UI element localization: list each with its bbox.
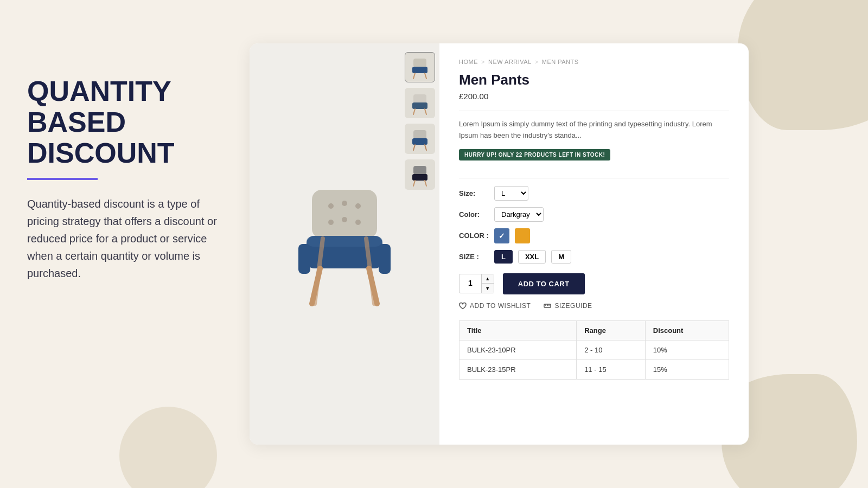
size-select[interactable]: L M XL XXL xyxy=(494,186,528,201)
product-card: HOME > NEW ARRIVAL > MEN PANTS Men Pants… xyxy=(250,43,749,445)
color-option-row: Color: Darkgray Blue Yellow xyxy=(459,207,729,222)
table-header-range: Range xyxy=(577,320,646,340)
check-icon: ✓ xyxy=(499,232,505,240)
quantity-arrows: ▲ ▼ xyxy=(481,274,494,293)
quantity-value: 1 xyxy=(459,274,481,293)
svg-point-4 xyxy=(328,220,334,225)
divider-2 xyxy=(459,178,729,178)
add-to-cart-button[interactable]: ADD TO CART xyxy=(503,273,585,294)
svg-line-17 xyxy=(413,73,415,79)
svg-point-2 xyxy=(342,201,347,206)
svg-rect-19 xyxy=(413,94,426,103)
product-details: HOME > NEW ARRIVAL > MEN PANTS Men Pants… xyxy=(439,43,749,445)
svg-point-3 xyxy=(355,203,361,209)
svg-point-5 xyxy=(342,217,347,222)
size-button-row: SIZE : L XXL M xyxy=(459,250,729,264)
thumbnail-strip xyxy=(400,43,439,445)
breadcrumb-home[interactable]: HOME xyxy=(459,59,478,65)
title-line1: QUANTITY xyxy=(27,75,171,107)
svg-line-21 xyxy=(413,109,415,114)
table-header-discount: Discount xyxy=(645,320,729,340)
cart-row: 1 ▲ ▼ ADD TO CART xyxy=(459,273,729,294)
table-cell-title-1: BULK-23-10PR xyxy=(459,340,577,359)
wishlist-link[interactable]: ADD TO WISHLIST xyxy=(459,302,531,310)
size-option-row: Size: L M XL XXL xyxy=(459,186,729,201)
product-price: £200.00 xyxy=(459,92,729,101)
svg-line-25 xyxy=(413,145,415,150)
svg-rect-15 xyxy=(413,59,426,67)
decorative-blob-bottom-left xyxy=(119,407,217,488)
action-links: ADD TO WISHLIST SIZEGUIDE xyxy=(459,302,729,310)
table-header-title: Title xyxy=(459,320,577,340)
table-cell-discount-1: 10% xyxy=(645,340,729,359)
thumbnail-2[interactable] xyxy=(405,88,435,118)
left-panel: QUANTITY BASED DISCOUNT Quantity-based d… xyxy=(27,76,233,282)
svg-line-18 xyxy=(425,73,426,79)
svg-rect-27 xyxy=(413,166,426,175)
svg-rect-13 xyxy=(298,244,310,274)
thumbnail-4[interactable] xyxy=(405,159,435,190)
discount-table: Title Range Discount BULK-23-10PR 2 - 10… xyxy=(459,320,729,380)
divider-1 xyxy=(459,111,729,111)
svg-rect-0 xyxy=(312,190,377,239)
table-cell-range-1: 2 - 10 xyxy=(577,340,646,359)
svg-line-26 xyxy=(425,145,426,150)
description-text: Quantity-based discount is a type of pri… xyxy=(27,195,233,282)
main-title: QUANTITY BASED DISCOUNT xyxy=(27,76,233,169)
quantity-down-button[interactable]: ▼ xyxy=(482,284,494,293)
table-row-2: BULK-23-15PR 11 - 15 15% xyxy=(459,359,729,379)
quantity-control: 1 ▲ ▼ xyxy=(459,274,494,293)
sizeguide-link[interactable]: SIZEGUIDE xyxy=(544,302,592,310)
ruler-icon xyxy=(544,302,551,310)
image-section xyxy=(250,43,439,445)
color-swatch-blue[interactable]: ✓ xyxy=(494,228,509,243)
thumbnail-1[interactable] xyxy=(405,52,435,82)
size-btn-m[interactable]: M xyxy=(551,250,571,264)
table-cell-range-2: 11 - 15 xyxy=(577,359,646,379)
svg-line-22 xyxy=(425,109,426,114)
sizeguide-label: SIZEGUIDE xyxy=(554,302,592,310)
size-label: Size: xyxy=(459,189,489,197)
size-btn-label: SIZE : xyxy=(459,253,489,261)
svg-rect-23 xyxy=(413,130,426,139)
breadcrumb-sep2: > xyxy=(535,59,539,65)
svg-line-29 xyxy=(413,181,415,186)
quantity-up-button[interactable]: ▲ xyxy=(482,274,494,284)
svg-point-1 xyxy=(328,203,334,209)
title-underline xyxy=(27,178,98,180)
color-swatch-row: COLOR : ✓ xyxy=(459,228,729,243)
breadcrumb: HOME > NEW ARRIVAL > MEN PANTS xyxy=(459,59,729,65)
heart-icon xyxy=(459,302,467,310)
size-btn-l[interactable]: L xyxy=(494,250,513,264)
breadcrumb-category: MEN PANTS xyxy=(542,59,579,65)
chair-svg xyxy=(285,174,404,314)
breadcrumb-new-arrival[interactable]: NEW ARRIVAL xyxy=(488,59,532,65)
main-product-image xyxy=(279,168,410,320)
color-label: Color: xyxy=(459,210,489,219)
color-swatch-label: COLOR : xyxy=(459,232,489,240)
table-cell-title-2: BULK-23-15PR xyxy=(459,359,577,379)
size-btn-xxl[interactable]: XXL xyxy=(518,250,546,264)
wishlist-label: ADD TO WISHLIST xyxy=(470,302,531,310)
svg-rect-14 xyxy=(379,244,391,274)
svg-rect-24 xyxy=(412,138,427,145)
product-name: Men Pants xyxy=(459,72,729,88)
svg-rect-8 xyxy=(307,236,382,247)
decorative-blob-top-right xyxy=(738,0,868,130)
color-swatch-yellow[interactable] xyxy=(515,228,530,243)
product-description: Lorem Ipsum is simply dummy text of the … xyxy=(459,119,729,142)
stock-badge: HURRY UP! ONLY 22 PRODUCTS LEFT IN STOCK… xyxy=(459,149,610,160)
title-line2: BASED xyxy=(27,106,126,138)
svg-rect-16 xyxy=(412,67,427,73)
svg-rect-28 xyxy=(412,174,427,181)
thumbnail-3[interactable] xyxy=(405,124,435,154)
svg-line-30 xyxy=(425,181,426,186)
table-cell-discount-2: 15% xyxy=(645,359,729,379)
svg-rect-20 xyxy=(412,102,427,109)
color-select[interactable]: Darkgray Blue Yellow xyxy=(494,207,544,222)
table-row-1: BULK-23-10PR 2 - 10 10% xyxy=(459,340,729,359)
title-line3: DISCOUNT xyxy=(27,137,175,169)
svg-point-6 xyxy=(355,220,361,225)
breadcrumb-sep1: > xyxy=(481,59,485,65)
